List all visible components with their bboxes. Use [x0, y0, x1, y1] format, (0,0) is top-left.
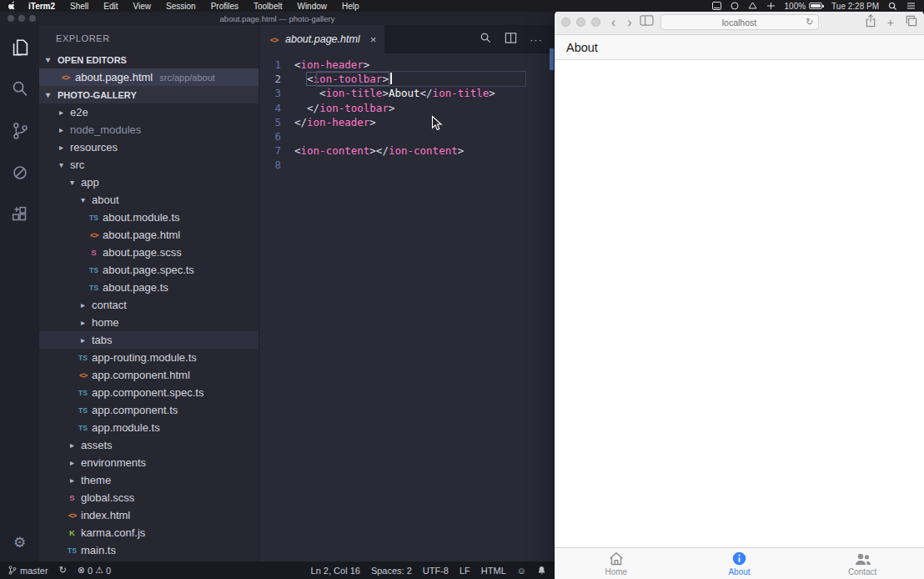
tree-item-home[interactable]: ▸ home	[39, 314, 259, 331]
tree-item-about.page.scss[interactable]: S about.page.scss	[39, 244, 259, 261]
browser-tab-home[interactable]: Home	[555, 548, 678, 579]
git-branch-indicator[interactable]: master	[8, 565, 48, 576]
extensions-icon[interactable]	[9, 204, 31, 225]
menu-item[interactable]: Toolbelt	[246, 2, 289, 11]
explorer-icon[interactable]	[9, 37, 31, 58]
window-controls[interactable]	[561, 18, 600, 27]
window-controls[interactable]	[8, 15, 36, 22]
sync-icon[interactable]: ↻	[59, 565, 67, 576]
tree-item-app-routing.module.ts[interactable]: TS app-routing.module.ts	[39, 349, 259, 366]
open-editors-section-header[interactable]: ▾ OPEN EDITORS	[39, 51, 259, 68]
menu-item[interactable]: Session	[158, 2, 203, 11]
tree-item-about.module.ts[interactable]: TS about.module.ts	[39, 209, 259, 226]
new-tab-button[interactable]: +	[887, 16, 894, 29]
menu-item[interactable]: Help	[334, 2, 367, 11]
cursor-position[interactable]: Ln 2, Col 16	[311, 566, 360, 576]
tree-item-about[interactable]: ▾ about	[39, 191, 259, 209]
address-bar[interactable]: localhost ↻	[660, 14, 819, 30]
tree-item-tabs[interactable]: ▸ tabs	[39, 331, 259, 349]
warning-icon: ⚠	[95, 565, 103, 576]
tree-item-contact[interactable]: ▸ contact	[39, 296, 259, 314]
code-area[interactable]: 1<ion-header>2 <ion-toolbar>3 <ion-title…	[259, 53, 555, 173]
apple-menu-icon[interactable]	[8, 1, 18, 11]
forward-button[interactable]: ›	[627, 16, 631, 29]
menu-item[interactable]: Edit	[96, 2, 125, 11]
status-icon[interactable]	[748, 2, 757, 10]
share-icon[interactable]	[865, 14, 876, 31]
battery-indicator[interactable]: 100%	[785, 2, 823, 11]
tree-item-label: main.ts	[81, 544, 116, 556]
code-line[interactable]: 5</ion-header>	[273, 115, 555, 129]
tab-about-page-html[interactable]: <> about.page.html ×	[259, 25, 384, 53]
project-section-header[interactable]: ▾ PHOTO-GALLERY	[39, 86, 259, 103]
tree-item-app.component.ts[interactable]: TS app.component.ts	[39, 401, 259, 419]
code-line[interactable]: 1<ion-header>	[273, 58, 555, 72]
tab-overview-icon[interactable]	[905, 15, 917, 30]
search-icon[interactable]	[9, 78, 31, 100]
reload-icon[interactable]: ↻	[806, 17, 813, 28]
status-icon[interactable]	[712, 2, 721, 10]
notification-center-icon[interactable]	[906, 2, 916, 10]
code-line[interactable]: 2 <ion-toolbar>	[273, 72, 555, 86]
spotlight-icon[interactable]	[888, 2, 897, 11]
menu-item[interactable]: Shell	[63, 2, 96, 11]
vscode-titlebar[interactable]: about.page.html — photo-gallery	[0, 12, 555, 25]
tree-item-node_modules[interactable]: ▸ node_modules	[39, 121, 259, 138]
debug-icon[interactable]	[9, 162, 31, 184]
tree-item-about.page.ts[interactable]: TS about.page.ts	[39, 279, 259, 296]
tree-item-main.ts[interactable]: TS main.ts	[39, 541, 259, 559]
tree-item-app.module.ts[interactable]: TS app.module.ts	[39, 419, 259, 436]
html-file-icon: <>	[59, 73, 72, 82]
code-line[interactable]: 4 </ion-toolbar>	[273, 101, 555, 115]
chevron-right-icon: ▸	[66, 441, 78, 450]
feedback-smiley-icon[interactable]: ☺	[517, 566, 526, 576]
tree-item-about.page.html[interactable]: <> about.page.html	[39, 226, 259, 244]
tree-item-karma.conf.js[interactable]: K karma.conf.js	[39, 524, 259, 541]
tree-item-global.scss[interactable]: S global.scss	[39, 489, 259, 506]
status-icon[interactable]	[766, 2, 776, 10]
sidebar-toggle-icon[interactable]	[640, 14, 654, 30]
more-actions-icon[interactable]: ···	[530, 33, 543, 46]
tree-item-theme[interactable]: ▸ theme	[39, 471, 259, 489]
tree-item-label: node_modules	[70, 123, 141, 136]
back-button[interactable]: ‹	[611, 16, 615, 29]
notifications-bell-icon[interactable]	[537, 566, 546, 576]
tree-item-app.component.spec.ts[interactable]: TS app.component.spec.ts	[39, 384, 259, 401]
open-editor-item[interactable]: <> about.page.html src/app/about	[39, 68, 259, 86]
tree-item-app.component.html[interactable]: <> app.component.html	[39, 366, 259, 384]
open-editor-filename: about.page.html	[75, 71, 153, 83]
tree-item-assets[interactable]: ▸ assets	[39, 436, 259, 454]
safari-window: ‹ › localhost ↻ + About Home About Conta…	[555, 10, 924, 579]
problems-indicator[interactable]: ⊗ 0 ⚠ 0	[78, 565, 111, 576]
split-editor-icon[interactable]	[505, 32, 517, 48]
code-line[interactable]: 3 <ion-title>About</ion-title>	[273, 86, 555, 100]
tree-item-environments[interactable]: ▸ environments	[39, 454, 259, 471]
tree-item-resources[interactable]: ▸ resources	[39, 138, 259, 156]
tree-item-src[interactable]: ▾ src	[39, 156, 259, 174]
menu-item[interactable]: Profiles	[203, 2, 246, 11]
browser-toolbar[interactable]: ‹ › localhost ↻ +	[555, 10, 924, 35]
menu-item[interactable]: View	[126, 2, 159, 11]
search-editor-icon[interactable]	[480, 32, 492, 48]
encoding-setting[interactable]: UTF-8	[423, 566, 449, 576]
chevron-right-icon: ▸	[66, 458, 78, 467]
indentation-setting[interactable]: Spaces: 2	[371, 566, 412, 576]
code-line[interactable]: 8	[273, 158, 555, 172]
code-line[interactable]: 7<ion-content></ion-content>	[273, 143, 555, 158]
eol-setting[interactable]: LF	[459, 566, 470, 576]
settings-gear-icon[interactable]: ⚙	[13, 534, 26, 551]
menu-clock[interactable]: Tue 2:28 PM	[831, 2, 879, 11]
language-mode[interactable]: HTML	[481, 566, 506, 576]
menu-item[interactable]: iTerm2	[21, 2, 63, 11]
browser-tab-contact[interactable]: Contact	[801, 548, 924, 579]
tree-item-about.page.spec.ts[interactable]: TS about.page.spec.ts	[39, 261, 259, 279]
code-line[interactable]: 6	[273, 129, 555, 143]
source-control-icon[interactable]	[9, 120, 31, 142]
tree-item-index.html[interactable]: <> index.html	[39, 506, 259, 524]
tree-item-app[interactable]: ▾ app	[39, 174, 259, 191]
close-icon[interactable]: ×	[370, 33, 377, 46]
status-icon[interactable]	[731, 2, 739, 10]
browser-tab-about[interactable]: About	[678, 548, 801, 579]
menu-item[interactable]: Window	[289, 2, 334, 11]
tree-item-e2e[interactable]: ▸ e2e	[39, 103, 259, 121]
